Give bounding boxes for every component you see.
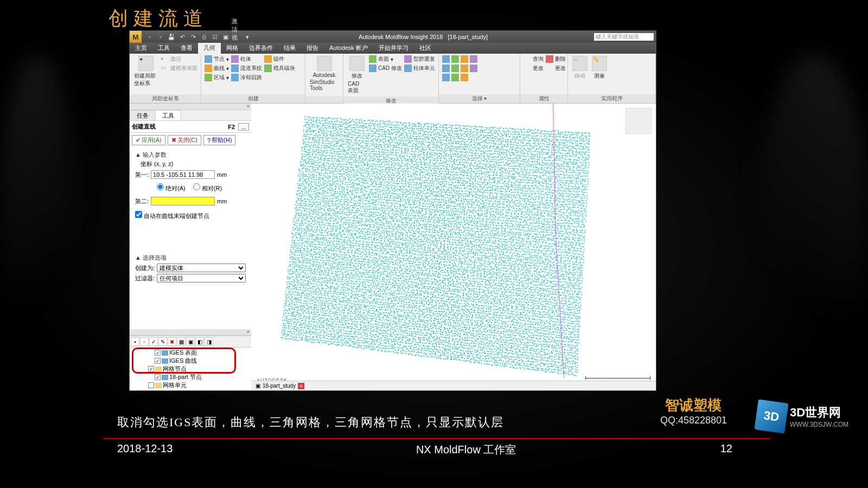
change-button: 更改 [546,64,566,73]
create-lcs-button[interactable]: ✦创建局部坐标系 [133,55,159,88]
brand-label: 智诚塑模 QQ:458228801 [660,396,727,426]
tab-tasks[interactable]: 任务 [130,110,156,120]
input-params-header[interactable]: ▲ 输入参数 [135,151,246,159]
menu-几何[interactable]: 几何 [198,43,221,54]
menu-结果[interactable]: 结果 [278,43,301,54]
delete-button[interactable]: 删除 [546,55,566,63]
close-tab-icon[interactable]: × [298,383,304,389]
qat-undo-icon[interactable]: ↶ [177,32,187,42]
second-coord-input[interactable] [151,197,215,206]
menu-开始并学习[interactable]: 开始并学习 [373,43,414,54]
footer-date: 2018-12-13 [117,442,173,457]
curve-button[interactable]: 曲线 ▾ [205,64,229,73]
qat-new-icon[interactable]: ▫ [145,32,155,42]
auto-endpoint-checkbox[interactable]: 自动在曲线末端创建节点 [135,213,209,219]
cavity-dup-button[interactable]: 型腔重复 [404,55,435,63]
first-coord-input[interactable] [151,170,215,179]
region-button[interactable]: 区域 ▾ [205,73,229,82]
ribbon-group-label: 选择 ▾ [439,94,520,103]
simstudio-button[interactable]: AutodeskSimStudio Tools [309,55,340,92]
sel-icon[interactable] [442,55,450,63]
cylinder-button[interactable]: 柱体 [231,55,262,63]
qat-view-label[interactable]: 激活视图(A) [232,32,241,42]
select-opts-header[interactable]: ▲ 选择选项 [135,254,246,262]
sel-icon[interactable] [461,74,468,81]
sel-icon[interactable] [470,55,477,63]
sel-icon[interactable] [442,65,450,72]
tree-tb-icon[interactable]: ✓ [149,337,158,346]
modify-cad-button[interactable]: 修改CAD 表面 [347,55,367,95]
sel-icon[interactable] [461,55,468,63]
apply-button[interactable]: ✔ 应用(A) [132,135,165,145]
sel-icon[interactable] [451,65,459,72]
close-button[interactable]: ✖ 关闭(C) [168,135,201,145]
search-input[interactable]: 键入关键字或短语 [594,33,654,41]
title-bar: M ▫ ▫ 💾 ↶ ↷ ⎙ ☑ ▣ 激活视图(A) ▾ Autodesk Mol… [130,31,656,43]
menu-边界条件[interactable]: 边界条件 [244,43,278,54]
tree-item[interactable]: ✓IGES 曲线 [132,357,249,365]
menu-主页[interactable]: 主页 [130,43,152,54]
sel-icon[interactable] [461,65,468,72]
tree-tb-icon[interactable]: ✖ [168,337,176,346]
tree-item[interactable]: ✓网格节点 [132,365,249,373]
menu-社区[interactable]: 社区 [414,43,437,54]
runner-button[interactable]: 流道系统 [231,64,262,73]
study-tab[interactable]: 18-part_study [263,383,296,389]
tree-item[interactable]: 网格单元 [132,381,249,389]
create-as-select[interactable]: 建模实体 [157,264,246,272]
sel-icon[interactable] [451,74,459,81]
qat-print-icon[interactable]: ⎙ [199,32,209,42]
absolute-radio[interactable]: 绝对(A) [157,183,186,192]
view-cube[interactable] [626,108,652,134]
menu-bar: 主页工具查看几何网格边界条件结果报告Autodesk 帐户开始并学习社区 [130,43,656,54]
qat-view-icon[interactable]: ▣ [221,32,231,42]
tree-item[interactable]: ✓18-part 节点 [132,373,249,381]
menu-报告[interactable]: 报告 [301,43,324,54]
node-button[interactable]: 节点 ▾ [205,55,229,63]
cad-modify-button[interactable]: CAD 修改 [369,64,402,73]
chevron-down-icon[interactable]: ▾ [242,32,252,42]
tab-tools[interactable]: 工具 [155,110,181,120]
viewport[interactable]: AUTODESKMOLDFLOW INSIGHT 缩放 (20 mm) ▣ 18… [251,104,656,390]
study-tab-icon[interactable]: ▣ [256,383,260,389]
qat-open-icon[interactable]: ▫ [156,32,165,42]
menu-查看[interactable]: 查看 [175,43,198,54]
cooling-button[interactable]: 冷却回路 [231,73,262,82]
app-window: M ▫ ▫ 💾 ↶ ↷ ⎙ ☑ ▣ 激活视图(A) ▾ Autodesk Mol… [129,30,656,391]
tree-tb-icon[interactable]: ▦ [177,337,186,346]
panel-close-icon[interactable]: × [130,104,251,110]
tree-tb-icon[interactable]: ✎ [158,337,167,346]
tree-tb-icon[interactable]: ▣ [186,337,195,346]
tree-tb-icon[interactable]: ◧ [195,337,204,346]
qat-save-icon[interactable]: 💾 [167,32,176,42]
panel-close-icon[interactable]: × [130,329,251,336]
footer-page: 12 [720,442,732,455]
insert-button[interactable]: 镶件 [264,55,295,63]
tree-tb-icon[interactable]: ▪ [131,337,139,346]
ribbon-group-label: 实用程序 [568,94,655,103]
mold-insert-button[interactable]: 模具镶块 [264,64,295,73]
measure-button[interactable]: 📏测量 [591,55,608,81]
sel-icon[interactable] [451,55,459,63]
qat-chk-icon[interactable]: ☑ [210,32,220,42]
help-button[interactable]: ? 帮助(H) [203,135,235,145]
surface-button[interactable]: 表面 ▾ [369,55,402,63]
tree-tb-icon[interactable]: ◨ [205,337,213,346]
sel-icon[interactable] [470,65,477,72]
tree-item[interactable]: ✓IGES 表面 [132,349,249,357]
modeling-datum-button: ▭建模基准面 [161,64,197,73]
sel-icon[interactable] [442,74,450,81]
menu-Autodesk 帐户[interactable]: Autodesk 帐户 [324,43,373,54]
ribbon-group-label: 创建 [201,94,305,103]
qat-redo-icon[interactable]: ↷ [188,32,198,42]
menu-工具[interactable]: 工具 [152,43,175,54]
more-button[interactable]: ... [238,123,249,131]
viewport-tab-bar: ▣ 18-part_study × [251,381,656,390]
menu-网格[interactable]: 网格 [221,43,244,54]
tree-tb-icon[interactable]: ▫ [140,337,149,346]
cyl-elem-button[interactable]: 柱体单元 [404,64,435,73]
app-icon[interactable]: M [130,31,142,43]
filter-select[interactable]: 任何项目 [157,274,246,282]
relative-radio[interactable]: 相对(R) [193,183,222,192]
panel-tabs: 任务 工具 [130,110,251,121]
